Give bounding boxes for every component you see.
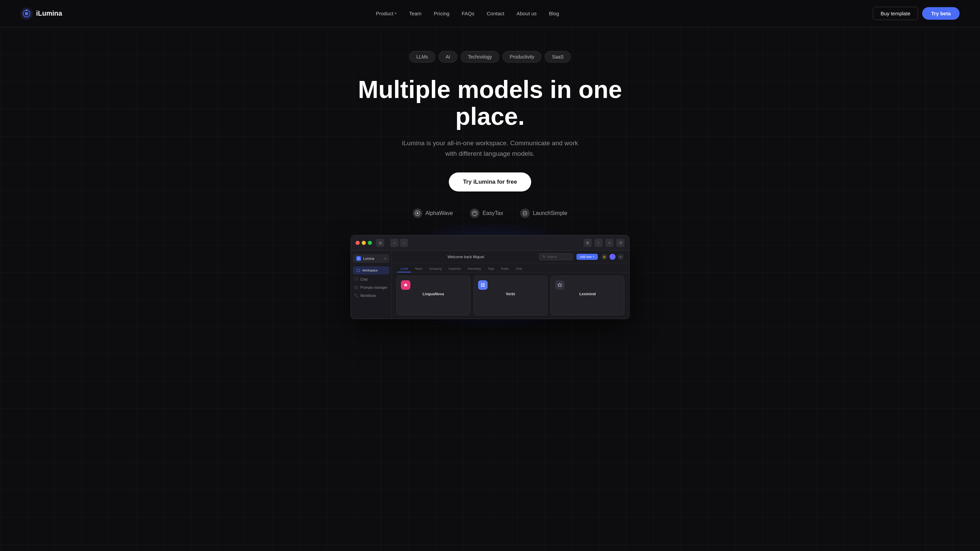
tl-yellow — [362, 241, 366, 245]
workflows-label: Workflows — [360, 294, 376, 298]
add-new-button[interactable]: Add new + — [576, 254, 598, 260]
svg-rect-19 — [483, 283, 485, 285]
upload-icon[interactable]: ↑ — [595, 239, 603, 247]
tab-chat[interactable]: Chat — [512, 265, 525, 272]
mockup-tabs: LLMs Team Grouping Organize Parenting — [392, 263, 629, 272]
add-icon[interactable]: + — [605, 239, 614, 247]
navbar: iLumina Product ▾ Team Pricing FAQs Cont… — [0, 0, 980, 27]
nav-links: Product ▾ Team Pricing FAQs Contact Abou… — [375, 11, 559, 16]
svg-point-17 — [543, 256, 544, 257]
logo-area: iLumina — [21, 8, 62, 20]
nav-pricing[interactable]: Pricing — [434, 11, 450, 16]
leximind-logo — [555, 280, 565, 290]
cta-button[interactable]: Try iLumina for free — [449, 172, 531, 192]
sidebar-item-chat[interactable]: Chat — [351, 275, 391, 283]
brands-row: AlphaWave EasyTax LaunchSimple — [413, 208, 567, 218]
back-icon[interactable]: ‹ — [390, 239, 398, 247]
model-card-leximind[interactable]: Leximind — [550, 276, 624, 315]
svg-rect-13 — [355, 278, 358, 280]
sidebar-toggle-icon[interactable]: ⊟ — [376, 239, 384, 247]
traffic-lights — [356, 241, 372, 245]
workspace-dot — [356, 256, 361, 261]
search-box[interactable]: Search — [539, 253, 573, 260]
brand-alphawave: AlphaWave — [413, 208, 453, 218]
search-icon — [543, 256, 546, 258]
tab-team[interactable]: Team — [411, 265, 426, 272]
sidebar-item-prompts[interactable]: Prompts manager — [351, 283, 391, 292]
tab-llms[interactable]: LLMs — [397, 265, 411, 272]
mockup-titlebar: ⊟ ‹ › ⚙ ↑ + ↺ — [351, 235, 629, 251]
model-card-verbi[interactable]: Verbi — [474, 276, 547, 315]
try-beta-button[interactable]: Try beta — [922, 7, 959, 20]
svg-point-2 — [25, 12, 28, 15]
svg-point-16 — [356, 296, 358, 297]
dropdown-icon[interactable]: ▾ — [617, 254, 624, 260]
mockup-sidebar: Lumina ▾ Workspace Chat Prompts manager — [351, 251, 392, 319]
chat-label: Chat — [360, 278, 368, 281]
settings-icon[interactable]: ⚙ — [584, 239, 592, 247]
mockup-topbar-icons: ⚙ ↑ + ↺ — [584, 239, 624, 247]
svg-rect-21 — [483, 285, 485, 287]
easytax-logo — [470, 208, 479, 218]
plus-icon: + — [593, 255, 595, 259]
svg-rect-18 — [481, 283, 482, 285]
tag-llms: LLMs — [409, 51, 435, 63]
bell-icon[interactable]: 🔔 — [601, 254, 608, 260]
buy-template-button[interactable]: Buy template — [873, 7, 918, 20]
tag-saas: SaaS — [545, 51, 571, 63]
nav-contact[interactable]: Contact — [487, 11, 504, 16]
verbi-name: Verbi — [478, 292, 543, 296]
brand-easytax: EasyTax — [470, 208, 503, 218]
tab-tags[interactable]: Tags — [484, 265, 498, 272]
refresh-icon[interactable]: ↺ — [616, 239, 624, 247]
workflows-icon — [354, 294, 358, 298]
tag-productivity: Productivity — [503, 51, 541, 63]
tags-row: LLMs AI Technology Productivity SaaS — [409, 51, 571, 63]
tag-ai: AI — [439, 51, 457, 63]
welcome-text: Welcome back Miguel. — [397, 255, 536, 259]
tab-grouping[interactable]: Grouping — [426, 265, 445, 272]
model-card-linguanova[interactable]: LinguaNova — [396, 276, 470, 315]
linguanova-logo — [401, 280, 410, 290]
svg-rect-11 — [356, 271, 358, 272]
workspace-label: Workspace — [363, 269, 378, 272]
tab-rules[interactable]: Rules — [498, 265, 512, 272]
mockup-app-topbar: Welcome back Miguel. Search Add new + 🔔 — [392, 251, 629, 263]
mockup-body: Lumina ▾ Workspace Chat Prompts manager — [351, 251, 629, 319]
svg-rect-12 — [359, 271, 360, 272]
workspace-icon — [356, 268, 360, 272]
user-avatar[interactable] — [609, 254, 616, 260]
nav-team[interactable]: Team — [409, 11, 422, 16]
app-mockup-container: ⊟ ‹ › ⚙ ↑ + ↺ — [350, 235, 630, 319]
sidebar-item-workflows[interactable]: Workflows — [351, 292, 391, 300]
tab-parenting[interactable]: Parenting — [465, 265, 485, 272]
hero-title: Multiple models in one place. — [337, 76, 643, 130]
mockup-main-content: Welcome back Miguel. Search Add new + 🔔 — [392, 251, 629, 319]
prompts-icon — [354, 285, 358, 289]
tl-red — [356, 241, 360, 245]
nav-blog[interactable]: Blog — [549, 11, 559, 16]
app-mockup: ⊟ ‹ › ⚙ ↑ + ↺ — [350, 235, 630, 319]
logo-icon — [21, 8, 33, 20]
hero-subtitle: iLumina is your all-in-one workspace. Co… — [401, 138, 579, 159]
workspace-selector[interactable]: Lumina ▾ — [353, 254, 389, 263]
svg-point-5 — [417, 212, 418, 214]
nav-faqs[interactable]: FAQs — [462, 11, 475, 16]
forward-icon[interactable]: › — [400, 239, 408, 247]
nav-about[interactable]: About us — [517, 11, 537, 16]
brand-name: iLumina — [36, 10, 62, 17]
nav-product[interactable]: Product ▾ — [375, 11, 397, 16]
svg-point-15 — [355, 294, 356, 295]
hero-section: LLMs AI Technology Productivity SaaS Mul… — [0, 27, 980, 319]
tag-technology: Technology — [461, 51, 499, 63]
svg-point-8 — [358, 257, 360, 259]
sidebar-item-workspace[interactable]: Workspace — [353, 266, 389, 275]
svg-rect-10 — [359, 269, 360, 270]
alphawave-logo — [413, 208, 422, 218]
tab-organize[interactable]: Organize — [445, 265, 465, 272]
brand-launchsimple: LaunchSimple — [520, 208, 567, 218]
svg-rect-20 — [481, 285, 482, 287]
workspace-chevron: ▾ — [385, 257, 386, 260]
linguanova-name: LinguaNova — [401, 292, 466, 296]
model-cards: LinguaNova Verbi Leximind — [392, 272, 629, 319]
